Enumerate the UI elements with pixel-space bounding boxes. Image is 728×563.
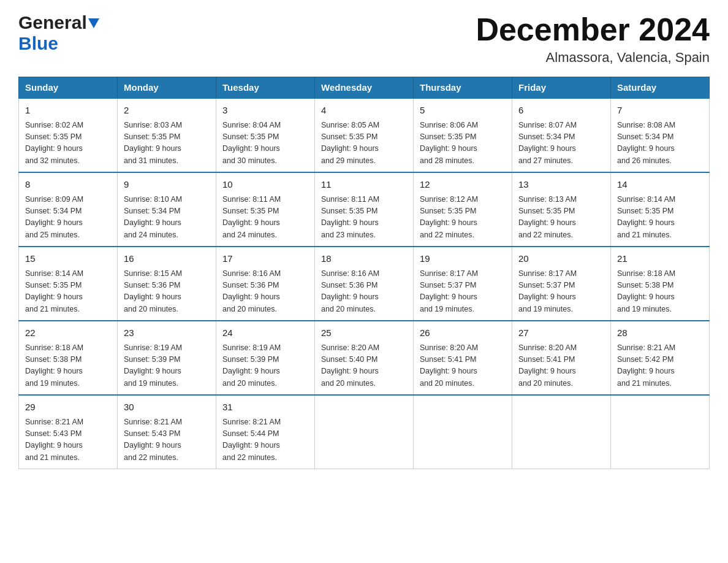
sunset-text: Sunset: 5:35 PM (222, 132, 279, 141)
table-row: 17Sunrise: 8:16 AMSunset: 5:36 PMDayligh… (216, 247, 315, 321)
daylight-text: Daylight: 9 hoursand 20 minutes. (222, 367, 280, 387)
day-number: 18 (321, 252, 407, 266)
svg-marker-0 (88, 18, 99, 28)
day-number: 30 (124, 400, 210, 415)
daylight-text: Daylight: 9 hoursand 22 minutes. (518, 218, 576, 239)
daylight-text: Daylight: 9 hoursand 21 minutes. (617, 367, 675, 387)
day-number: 1 (25, 104, 111, 118)
calendar-week-row: 1Sunrise: 8:02 AMSunset: 5:35 PMDaylight… (19, 98, 710, 172)
col-monday: Monday (118, 77, 216, 99)
sunset-text: Sunset: 5:40 PM (321, 355, 377, 364)
sunrise-text: Sunrise: 8:16 AM (222, 269, 281, 278)
daylight-text: Daylight: 9 hoursand 20 minutes. (124, 293, 181, 313)
col-sunday: Sunday (19, 77, 118, 99)
table-row: 4Sunrise: 8:05 AMSunset: 5:35 PMDaylight… (315, 98, 414, 172)
daylight-text: Daylight: 9 hoursand 30 minutes. (222, 144, 280, 164)
sunset-text: Sunset: 5:39 PM (124, 355, 180, 364)
daylight-text: Daylight: 9 hoursand 21 minutes. (617, 218, 675, 239)
day-number: 13 (518, 178, 604, 192)
day-info: Sunrise: 8:19 AMSunset: 5:39 PMDaylight:… (124, 342, 210, 390)
day-info: Sunrise: 8:10 AMSunset: 5:34 PMDaylight:… (124, 194, 210, 242)
day-info: Sunrise: 8:11 AMSunset: 5:35 PMDaylight:… (222, 194, 308, 242)
sunrise-text: Sunrise: 8:21 AM (124, 418, 182, 426)
sunrise-text: Sunrise: 8:21 AM (222, 418, 281, 426)
sunset-text: Sunset: 5:35 PM (321, 132, 377, 141)
page-subtitle: Almassora, Valencia, Spain (476, 50, 710, 66)
table-row: 6Sunrise: 8:07 AMSunset: 5:34 PMDaylight… (512, 98, 611, 172)
table-row: 19Sunrise: 8:17 AMSunset: 5:37 PMDayligh… (414, 247, 512, 321)
day-number: 20 (518, 252, 604, 266)
sunset-text: Sunset: 5:35 PM (617, 207, 673, 215)
daylight-text: Daylight: 9 hoursand 20 minutes. (420, 367, 477, 387)
table-row: 7Sunrise: 8:08 AMSunset: 5:34 PMDaylight… (611, 98, 710, 172)
day-number: 19 (420, 252, 506, 266)
table-row: 12Sunrise: 8:12 AMSunset: 5:35 PMDayligh… (414, 172, 512, 247)
day-number: 9 (124, 178, 210, 192)
day-info: Sunrise: 8:16 AMSunset: 5:36 PMDaylight:… (321, 268, 407, 316)
daylight-text: Daylight: 9 hoursand 19 minutes. (518, 293, 576, 313)
daylight-text: Daylight: 9 hoursand 32 minutes. (25, 144, 83, 164)
day-number: 15 (25, 252, 111, 266)
sunrise-text: Sunrise: 8:13 AM (518, 195, 577, 204)
daylight-text: Daylight: 9 hoursand 19 minutes. (420, 293, 477, 313)
day-info: Sunrise: 8:21 AMSunset: 5:42 PMDaylight:… (617, 342, 703, 390)
day-number: 2 (124, 104, 210, 118)
table-row (611, 395, 710, 469)
page-header: General Blue December 2024 Almassora, Va… (18, 12, 710, 66)
day-info: Sunrise: 8:15 AMSunset: 5:36 PMDaylight:… (124, 268, 210, 316)
sunset-text: Sunset: 5:34 PM (25, 207, 82, 215)
sunset-text: Sunset: 5:43 PM (25, 429, 82, 438)
sunset-text: Sunset: 5:35 PM (25, 281, 82, 289)
day-number: 5 (420, 104, 506, 118)
day-number: 11 (321, 178, 407, 192)
day-info: Sunrise: 8:21 AMSunset: 5:44 PMDaylight:… (222, 416, 308, 464)
sunrise-text: Sunrise: 8:19 AM (222, 343, 281, 352)
daylight-text: Daylight: 9 hoursand 26 minutes. (617, 144, 675, 164)
daylight-text: Daylight: 9 hoursand 20 minutes. (321, 367, 379, 387)
daylight-text: Daylight: 9 hoursand 22 minutes. (222, 441, 280, 461)
day-info: Sunrise: 8:06 AMSunset: 5:35 PMDaylight:… (420, 120, 506, 167)
sunrise-text: Sunrise: 8:08 AM (617, 121, 675, 129)
day-number: 29 (25, 400, 111, 415)
day-info: Sunrise: 8:07 AMSunset: 5:34 PMDaylight:… (518, 120, 604, 167)
col-wednesday: Wednesday (315, 77, 414, 99)
sunset-text: Sunset: 5:35 PM (321, 207, 377, 215)
daylight-text: Daylight: 9 hoursand 20 minutes. (321, 293, 379, 313)
title-block: December 2024 Almassora, Valencia, Spain (476, 12, 710, 66)
sunset-text: Sunset: 5:35 PM (25, 132, 82, 141)
day-number: 12 (420, 178, 506, 192)
table-row: 25Sunrise: 8:20 AMSunset: 5:40 PMDayligh… (315, 321, 414, 395)
day-info: Sunrise: 8:21 AMSunset: 5:43 PMDaylight:… (25, 416, 111, 464)
sunrise-text: Sunrise: 8:14 AM (25, 269, 83, 278)
table-row: 31Sunrise: 8:21 AMSunset: 5:44 PMDayligh… (216, 395, 315, 469)
table-row: 10Sunrise: 8:11 AMSunset: 5:35 PMDayligh… (216, 172, 315, 247)
sunset-text: Sunset: 5:35 PM (518, 207, 575, 215)
daylight-text: Daylight: 9 hoursand 20 minutes. (222, 293, 280, 313)
table-row: 14Sunrise: 8:14 AMSunset: 5:35 PMDayligh… (611, 172, 710, 247)
daylight-text: Daylight: 9 hoursand 28 minutes. (420, 144, 477, 164)
sunrise-text: Sunrise: 8:20 AM (420, 343, 478, 352)
table-row: 18Sunrise: 8:16 AMSunset: 5:36 PMDayligh… (315, 247, 414, 321)
sunrise-text: Sunrise: 8:21 AM (617, 343, 675, 352)
sunrise-text: Sunrise: 8:04 AM (222, 121, 281, 129)
daylight-text: Daylight: 9 hoursand 19 minutes. (124, 367, 181, 387)
day-number: 25 (321, 326, 407, 340)
day-info: Sunrise: 8:14 AMSunset: 5:35 PMDaylight:… (617, 194, 703, 242)
daylight-text: Daylight: 9 hoursand 20 minutes. (518, 367, 576, 387)
sunrise-text: Sunrise: 8:07 AM (518, 121, 577, 129)
table-row: 1Sunrise: 8:02 AMSunset: 5:35 PMDaylight… (19, 98, 118, 172)
day-info: Sunrise: 8:19 AMSunset: 5:39 PMDaylight:… (222, 342, 308, 390)
calendar-week-row: 8Sunrise: 8:09 AMSunset: 5:34 PMDaylight… (19, 172, 710, 247)
sunset-text: Sunset: 5:37 PM (518, 281, 575, 289)
daylight-text: Daylight: 9 hoursand 24 minutes. (222, 218, 280, 239)
table-row: 27Sunrise: 8:20 AMSunset: 5:41 PMDayligh… (512, 321, 611, 395)
day-number: 14 (617, 178, 703, 192)
calendar-table: Sunday Monday Tuesday Wednesday Thursday… (18, 77, 710, 469)
day-number: 17 (222, 252, 308, 266)
daylight-text: Daylight: 9 hoursand 25 minutes. (25, 218, 83, 239)
day-number: 31 (222, 400, 308, 415)
table-row: 9Sunrise: 8:10 AMSunset: 5:34 PMDaylight… (118, 172, 216, 247)
sunset-text: Sunset: 5:35 PM (222, 207, 279, 215)
table-row (414, 395, 512, 469)
sunrise-text: Sunrise: 8:17 AM (518, 269, 577, 278)
